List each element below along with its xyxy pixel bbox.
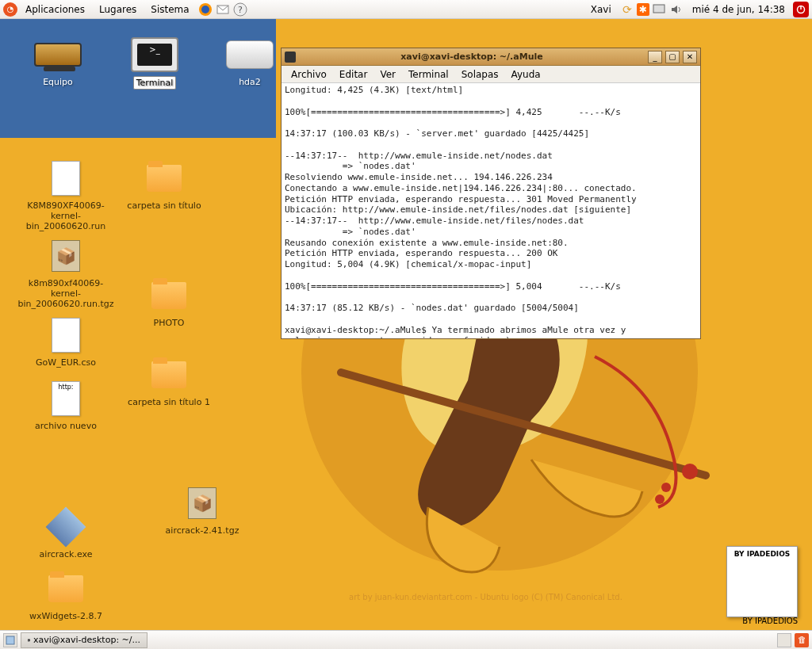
screen-icon[interactable] xyxy=(651,2,667,17)
note-header: BY IPADEDIOS xyxy=(730,550,794,558)
note-caption: BY IPADEDIOS xyxy=(742,617,798,625)
menu-applications[interactable]: Aplicaciones xyxy=(19,2,91,17)
menu-ayuda[interactable]: Ayuda xyxy=(507,67,546,82)
desktop-icon-gow-eur-cso[interactable]: GoW_EUR.cso xyxy=(22,315,109,368)
menu-archivo[interactable]: Archivo xyxy=(286,67,331,82)
workspace-switcher[interactable] xyxy=(777,633,791,647)
svg-point-13 xyxy=(661,483,671,492)
terminal-icon: >_ xyxy=(131,35,178,74)
menu-system[interactable]: Sistema xyxy=(144,2,195,17)
icon-label: k8m890xf40069-kernel-bin_20060620.run.tg… xyxy=(15,277,116,311)
computer-icon xyxy=(34,35,82,74)
svg-rect-5 xyxy=(653,5,665,13)
desktop-icon-photo[interactable]: PHOTO xyxy=(125,276,213,329)
menu-terminal[interactable]: Terminal xyxy=(404,67,454,82)
mail-icon[interactable] xyxy=(215,2,231,17)
icon-label: wxWidgets-2.8.7 xyxy=(27,610,105,622)
desktop-icon-aircrack-2-41-tgz[interactable]: 📦aircrack-2.41.tgz xyxy=(159,483,246,536)
desktop-icon-terminal[interactable]: >_Terminal xyxy=(111,35,198,90)
folder-icon xyxy=(42,569,90,609)
desktop-icon-carpeta-sin-t-tulo[interactable]: carpeta sin título xyxy=(121,158,208,212)
icon-label: PHOTO xyxy=(151,317,187,329)
svg-text:?: ? xyxy=(238,5,243,15)
icon-label: GoW_EUR.cso xyxy=(33,357,98,368)
folder-icon xyxy=(145,355,193,395)
window-title: xavi@xavi-desktop: ~/.aMule xyxy=(299,52,645,62)
svg-point-1 xyxy=(201,6,209,13)
desktop-icon-aircrack-exe[interactable]: aircrack.exe xyxy=(22,507,109,560)
desktop-icon-carpeta-sin-t-tulo-1[interactable]: carpeta sin título 1 xyxy=(125,355,213,408)
desktop-icon-k8m890xf40069-kernel-bin-20060[interactable]: K8M890XF40069-kernel-bin_20060620.run xyxy=(22,158,109,233)
trash-icon[interactable]: 🗑 xyxy=(795,633,809,647)
tgz-icon: 📦 xyxy=(178,483,226,523)
folder-icon xyxy=(140,158,188,198)
show-desktop-button[interactable] xyxy=(3,633,17,647)
window-icon xyxy=(285,52,296,63)
tgz-icon: 📦 xyxy=(42,236,90,276)
menu-places[interactable]: Lugares xyxy=(93,2,143,17)
desktop-icon-archivo-nuevo[interactable]: http:archivo nuevo xyxy=(22,379,109,432)
panel-left: ◔ Aplicaciones Lugares Sistema ? xyxy=(3,2,248,17)
folder-icon xyxy=(145,276,193,315)
panel-right: Xavi ⟳ ✱ mié 4 de jun, 14:38 xyxy=(584,2,809,17)
file-icon xyxy=(42,507,90,547)
bottom-panel: >_ xavi@xavi-desktop: ~/... 🗑 xyxy=(0,630,812,649)
file-icon xyxy=(42,315,90,355)
icon-label: aircrack.exe xyxy=(37,548,95,560)
icon-label: carpeta sin título xyxy=(124,200,203,212)
icon-label: Terminal xyxy=(133,76,177,90)
terminal-menubar: Archivo Editar Ver Terminal Solapas Ayud… xyxy=(282,66,700,83)
svg-rect-14 xyxy=(6,636,14,644)
volume-icon[interactable] xyxy=(668,2,684,17)
wallpaper-credit: art by juan-kun.deviantart.com - Ubuntu … xyxy=(349,593,622,601)
taskbar-label: xavi@xavi-desktop: ~/... xyxy=(33,635,140,645)
power-button[interactable] xyxy=(793,2,809,17)
icon-label: K8M890XF40069-kernel-bin_20060620.run xyxy=(22,200,109,233)
minimize-button[interactable]: _ xyxy=(648,51,662,63)
icon-label: archivo nuevo xyxy=(33,420,99,432)
terminal-window[interactable]: xavi@xavi-desktop: ~/.aMule _ ▢ ✕ Archiv… xyxy=(281,48,701,339)
help-icon[interactable]: ? xyxy=(232,2,248,17)
system-tray: 🗑 xyxy=(777,633,809,647)
terminal-output[interactable]: Longitud: 4,425 (4.3K) [text/html] 100%[… xyxy=(282,83,700,338)
file-icon xyxy=(42,158,90,198)
file-icon: http: xyxy=(42,379,90,418)
close-button[interactable]: ✕ xyxy=(683,51,697,63)
drive-icon xyxy=(226,35,274,74)
svg-point-12 xyxy=(655,494,665,504)
window-titlebar[interactable]: xavi@xavi-desktop: ~/.aMule _ ▢ ✕ xyxy=(282,48,700,66)
taskbar-terminal[interactable]: >_ xavi@xavi-desktop: ~/... xyxy=(21,632,147,648)
clock[interactable]: mié 4 de jun, 14:38 xyxy=(686,2,791,17)
user-menu[interactable]: Xavi xyxy=(584,2,618,17)
icon-label: carpeta sin título 1 xyxy=(125,396,213,408)
menu-solapas[interactable]: Solapas xyxy=(457,67,504,82)
network-icon[interactable]: ⟳ xyxy=(619,2,635,17)
maximize-button[interactable]: ▢ xyxy=(665,51,680,63)
desktop-icon-k8m890xf40069-kernel-bin-20060[interactable]: 📦k8m890xf40069-kernel-bin_20060620.run.t… xyxy=(22,236,109,311)
menu-editar[interactable]: Editar xyxy=(335,67,373,82)
notification-icon[interactable]: ✱ xyxy=(637,3,649,16)
desktop-icon-wxwidgets-2-8-7[interactable]: wxWidgets-2.8.7 xyxy=(22,569,109,622)
desktop-icon-equipo[interactable]: Equipo xyxy=(14,35,102,88)
svg-point-11 xyxy=(682,464,698,479)
icon-label: hda2 xyxy=(236,76,263,88)
sticky-note[interactable]: BY IPADEDIOS xyxy=(726,546,798,617)
menu-ver[interactable]: Ver xyxy=(375,67,400,82)
icon-label: aircrack-2.41.tgz xyxy=(163,525,242,536)
icon-label: Equipo xyxy=(40,76,75,88)
top-panel: ◔ Aplicaciones Lugares Sistema ? Xavi ⟳ … xyxy=(0,0,812,19)
firefox-icon[interactable] xyxy=(197,2,213,17)
ubuntu-logo-icon[interactable]: ◔ xyxy=(3,2,17,17)
